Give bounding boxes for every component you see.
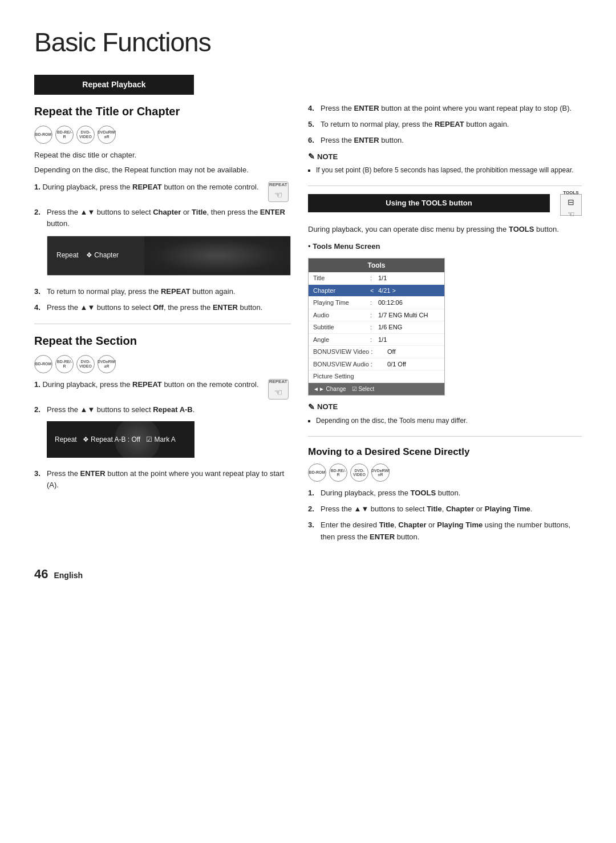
- note-item-1: If you set point (B) before 5 seconds ha…: [316, 165, 582, 175]
- note-section-1: ✎ NOTE If you set point (B) before 5 sec…: [308, 151, 582, 175]
- disc-icons-title: BD-ROM BD-RE/-R DVD-VIDEO DVD±RW/±R: [34, 126, 291, 144]
- repeat-title-step-1: 1. During playback, press the REPEAT but…: [34, 181, 291, 202]
- repeat-title-step-3: 3. To return to normal play, press the R…: [34, 286, 291, 297]
- disc-icons-section: BD-ROM BD-RE/-R DVD-VIDEO DVD±RW/±R: [34, 355, 291, 373]
- repeat-ab-screen: Repeat ❖ Repeat A-B : Off ☑ Mark A: [47, 421, 194, 458]
- disc-icon-bdre: BD-RE/-R: [55, 126, 74, 144]
- right-column: 4. Press the ENTER button at the point w…: [308, 103, 582, 547]
- note-list-2: Depending on the disc, the Tools menu ma…: [308, 416, 582, 426]
- repeat-title-step-4: 4. Press the ▲▼ buttons to select Off, t…: [34, 302, 291, 313]
- right-step-4: 4. Press the ENTER button at the point w…: [308, 103, 582, 114]
- right-step-5: 5. To return to normal play, press the R…: [308, 119, 582, 130]
- tools-menu-header: Tools: [309, 259, 444, 272]
- left-column: Repeat the Title or Chapter BD-ROM BD-RE…: [34, 103, 291, 547]
- repeat-playback-banner: Repeat Playback: [34, 75, 194, 95]
- note-item-2: Depending on the disc, the Tools menu ma…: [316, 416, 582, 426]
- tools-icon: TOOLS ⊟ ☜: [560, 194, 582, 216]
- tools-menu-box: Tools Title:1/1 Chapter<4/21 > Playing T…: [308, 258, 445, 396]
- disc-icon-dvdvideo-3: DVD-VIDEO: [350, 463, 368, 482]
- disc-icon-dvdrw-3: DVD±RW/±R: [371, 463, 390, 482]
- tools-banner: Using the TOOLS button: [308, 194, 550, 212]
- tools-menu-footer: ◄► Change☑ Select: [309, 383, 444, 395]
- tools-row-title: Title:1/1: [309, 272, 444, 285]
- tools-row-bonusview-audio: BONUSVIEW Audio :0/1 Off: [309, 358, 444, 371]
- disc-icon-bdrom-2: BD-ROM: [34, 355, 52, 373]
- screen-label-left: Repeat ❖ Chapter: [56, 250, 119, 261]
- tools-row-picture-setting: Picture Setting: [309, 370, 444, 383]
- repeat-remote-icon: REPEAT ☜: [268, 181, 289, 202]
- page-title: Basic Functions: [34, 23, 582, 62]
- repeat-title-step-2: 2. Press the ▲▼ buttons to select Chapte…: [34, 207, 291, 281]
- tools-row-playing-time: Playing Time:00:12:06: [309, 297, 444, 309]
- repeat-title-heading: Repeat the Title or Chapter: [34, 103, 291, 120]
- page-number: 46: [34, 564, 48, 583]
- repeat-section-step-1: 1. During playback, press the REPEAT but…: [34, 379, 291, 400]
- disc-icon-bdre-3: BD-RE/-R: [329, 463, 347, 482]
- disc-icon-bdrom: BD-ROM: [34, 126, 52, 144]
- repeat-section-heading: Repeat the Section: [34, 332, 291, 349]
- disc-icons-moving: BD-ROM BD-RE/-R DVD-VIDEO DVD±RW/±R: [308, 463, 582, 482]
- moving-step-2: 2. Press the ▲▼ buttons to select Title,…: [308, 503, 582, 515]
- moving-scene-heading: Moving to a Desired Scene Directly: [308, 445, 582, 459]
- disc-icon-dvdrw: DVD±RW/±R: [98, 126, 116, 144]
- step-num: 1.: [34, 183, 40, 191]
- note-list-1: If you set point (B) before 5 seconds ha…: [308, 165, 582, 175]
- moving-step-1: 1. During playback, press the TOOLS butt…: [308, 487, 582, 499]
- repeat-remote-icon-2: REPEAT ☜: [268, 379, 289, 400]
- disc-icon-bdre-2: BD-RE/-R: [55, 355, 74, 373]
- repeat-intro-1: Repeat the disc title or chapter.: [34, 150, 291, 161]
- tools-row-subtitle: Subtitle:1/6 ENG: [309, 321, 444, 334]
- repeat-section-step-3: 3. Press the ENTER button at the point w…: [34, 468, 291, 491]
- step-text: During playback, press the REPEAT button…: [42, 183, 258, 191]
- disc-icon-dvdvideo: DVD-VIDEO: [76, 126, 95, 144]
- note-title-1: ✎ NOTE: [308, 151, 582, 163]
- disc-icon-dvdvideo-2: DVD-VIDEO: [76, 355, 95, 373]
- repeat-intro-2: Depending on the disc, the Repeat functi…: [34, 164, 291, 176]
- footer-language: English: [54, 570, 83, 582]
- tools-row-chapter: Chapter<4/21 >: [309, 285, 444, 297]
- disc-icon-dvdrw-2: DVD±RW/±R: [98, 355, 116, 373]
- disc-icon-bdrom-3: BD-ROM: [308, 463, 326, 482]
- tools-row-audio: Audio:1/7 ENG Multi CH: [309, 309, 444, 322]
- page-footer: 46 English: [34, 564, 582, 583]
- repeat-chapter-screen: Repeat ❖ Chapter: [47, 236, 291, 276]
- moving-step-3: 3. Enter the desired Title, Chapter or P…: [308, 519, 582, 542]
- repeat-section-step-2: 2. Press the ▲▼ buttons to select Repeat…: [34, 404, 291, 463]
- tools-row-angle: Angle:1/1: [309, 334, 444, 346]
- note-section-2: ✎ NOTE Depending on the disc, the Tools …: [308, 401, 582, 426]
- right-step-6: 6. Press the ENTER button.: [308, 135, 582, 146]
- tools-menu-screen-label: • Tools Menu Screen: [308, 241, 582, 252]
- note-title-2: ✎ NOTE: [308, 401, 582, 413]
- tools-intro: During playback, you can operate disc me…: [308, 224, 582, 235]
- tools-row-bonusview-video: BONUSVIEW Video :Off: [309, 346, 444, 358]
